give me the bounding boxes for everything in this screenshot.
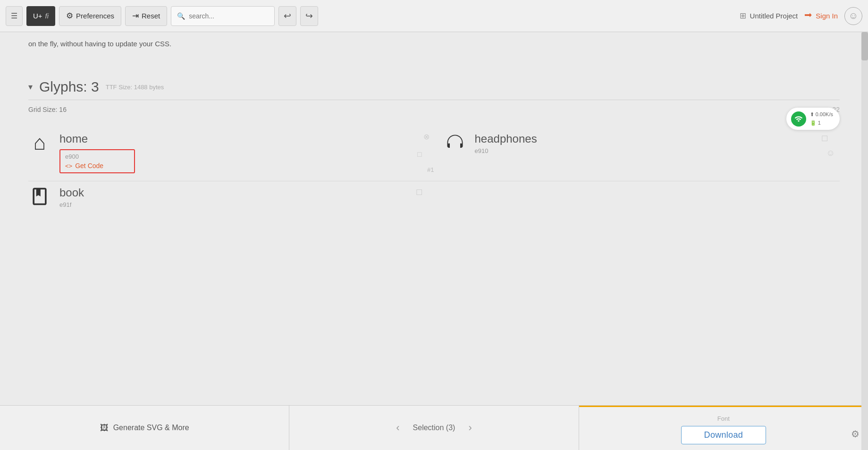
reset-icon: ⇥ xyxy=(132,11,139,21)
project-name: ⊞ Untitled Project xyxy=(740,11,798,21)
preferences-button[interactable]: ⚙ Preferences xyxy=(59,6,121,26)
scrollbar[interactable] xyxy=(861,32,868,450)
undo-icon: ↩ xyxy=(284,10,291,21)
search-icon: 🔍 xyxy=(177,12,185,20)
scrollbar-thumb[interactable] xyxy=(861,32,868,60)
network-speed-icon: ⬆ xyxy=(810,111,814,117)
network-speed: 0.00K/s xyxy=(816,111,833,117)
glyphs-subtitle: TTF Size: 1488 bytes xyxy=(106,84,164,91)
get-code-button[interactable]: <> Get Code xyxy=(65,162,103,170)
glyph-cell-book: book e91f ☐ xyxy=(28,181,434,217)
hamburger-icon: ☰ xyxy=(11,11,17,20)
hamburger-button[interactable]: ☰ xyxy=(6,6,23,26)
font-label: Font xyxy=(717,415,730,422)
reset-label: Reset xyxy=(142,12,160,20)
bottom-center: ‹ Selection (3) › xyxy=(289,406,579,450)
intro-text: on the fly, without having to update you… xyxy=(28,32,840,62)
download-settings-button[interactable]: ⚙ xyxy=(851,428,860,440)
glyph-headphones-name: headphones xyxy=(475,132,537,145)
download-button[interactable]: Download xyxy=(681,426,766,444)
main-content: on the fly, without having to update you… xyxy=(0,32,868,405)
glyph-cell-headphones: headphones e910 ☐ ☺ xyxy=(434,127,840,181)
glyph-home-name: home xyxy=(59,132,135,145)
get-code-label: Get Code xyxy=(75,162,103,170)
next-arrow-button[interactable]: › xyxy=(464,422,475,434)
wifi-icon xyxy=(791,111,806,127)
network-count: 1 xyxy=(818,120,821,126)
network-badge: ⬆ 0.00K/s 🔋 1 xyxy=(786,108,840,130)
preferences-label: Preferences xyxy=(76,12,114,20)
reset-button[interactable]: ⇥ Reset xyxy=(125,6,167,26)
chevron-down-icon[interactable]: ▾ xyxy=(28,82,33,92)
glyph-book-preview-icon[interactable]: ☐ xyxy=(416,188,422,197)
sign-in-button[interactable]: ⮕ Sign In xyxy=(804,11,838,21)
generate-svg-icon: 🖼 xyxy=(100,423,109,433)
glyph-book-name: book xyxy=(59,186,84,199)
generate-svg-button[interactable]: 🖼 Generate SVG & More xyxy=(0,406,289,450)
sign-in-label: Sign In xyxy=(816,12,838,20)
sign-in-icon: ⮕ xyxy=(804,11,813,21)
glyph-headphones-preview-icon[interactable]: ☐ xyxy=(821,134,828,143)
toolbar: ☰ U+ fi ⚙ Preferences ⇥ Reset 🔍 ↩ ↪ ⊞ Un… xyxy=(0,0,868,32)
avatar-icon: ☺ xyxy=(849,10,858,21)
glyph-home-close-icon[interactable]: ⊗ xyxy=(423,132,430,141)
layers-icon: ⊞ xyxy=(740,11,746,21)
glyph-headphones-smiley-icon[interactable]: ☺ xyxy=(826,148,835,158)
glyph-home-selection-box: e900 <> Get Code xyxy=(59,149,135,173)
glyph-home-hash: #1 xyxy=(427,166,434,173)
font-top-bar xyxy=(579,406,868,407)
selection-label: Selection (3) xyxy=(413,424,455,432)
network-stats: ⬆ 0.00K/s 🔋 1 xyxy=(810,110,833,127)
glyph-grid: ⌂ home e900 <> Get Code ⊗ ☐ #1 xyxy=(28,127,840,217)
gear-icon: ⚙ xyxy=(66,11,73,21)
glyph-cell-home: ⌂ home e900 <> Get Code ⊗ ☐ #1 xyxy=(28,127,434,181)
redo-icon: ↪ xyxy=(305,10,313,21)
glyph-headphones-icon xyxy=(444,132,466,156)
glyphs-title: Glyphs: 3 xyxy=(39,79,99,95)
project-name-label: Untitled Project xyxy=(750,12,798,20)
glyph-home-code: e900 xyxy=(65,153,129,160)
redo-button[interactable]: ↪ xyxy=(300,6,318,26)
glyphs-header: ▾ Glyphs: 3 TTF Size: 1488 bytes xyxy=(28,79,840,95)
bold-button[interactable]: U+ fi xyxy=(26,6,55,26)
code-brackets-icon: <> xyxy=(65,162,72,170)
italic-label: fi xyxy=(45,12,49,20)
search-input[interactable] xyxy=(189,12,264,20)
generate-svg-label: Generate SVG & More xyxy=(113,424,189,432)
battery-icon: 🔋 xyxy=(810,120,817,126)
search-bar: 🔍 xyxy=(171,6,275,26)
glyph-home-icon: ⌂ xyxy=(28,132,51,153)
glyph-book-code: e91f xyxy=(59,201,71,208)
grid-size-label: Grid Size: 16 xyxy=(28,106,67,113)
bold-label: U+ xyxy=(33,12,42,20)
grid-size-row: Grid Size: 16 32 xyxy=(28,100,840,113)
bottom-bar: 🖼 Generate SVG & More ‹ Selection (3) › … xyxy=(0,405,868,450)
glyph-book-icon xyxy=(28,186,51,210)
avatar-button[interactable]: ☺ xyxy=(844,7,862,25)
toolbar-right: ⊞ Untitled Project ⮕ Sign In ☺ xyxy=(740,7,862,25)
prev-arrow-button[interactable]: ‹ xyxy=(392,422,403,434)
settings-gear-icon: ⚙ xyxy=(851,429,860,439)
bottom-right: Font Download ⚙ xyxy=(579,406,868,450)
undo-button[interactable]: ↩ xyxy=(278,6,296,26)
glyph-headphones-code: e910 xyxy=(475,147,489,154)
glyph-home-preview-icon[interactable]: ☐ xyxy=(417,151,422,158)
